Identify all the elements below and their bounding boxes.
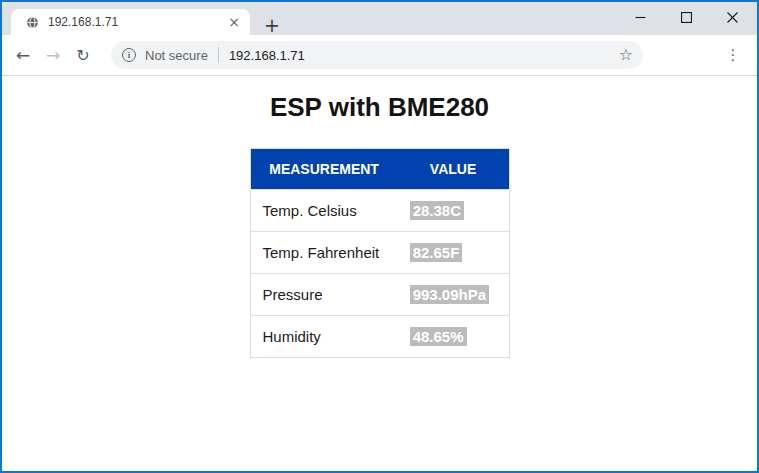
reload-button[interactable]: ↻ — [68, 40, 98, 70]
url-text: 192.168.1.71 — [229, 48, 305, 63]
sensor-value-badge: 28.38C — [410, 201, 464, 220]
sensor-table: MEASUREMENT VALUE Temp. Celsius 28.38C T… — [250, 148, 510, 358]
reload-icon: ↻ — [76, 46, 89, 65]
browser-tab[interactable]: 192.168.1.71 × — [11, 9, 250, 35]
table-row: Temp. Fahrenheit 82.65F — [250, 232, 509, 274]
page-title: ESP with BME280 — [2, 92, 757, 123]
sensor-value-badge: 48.65% — [410, 327, 467, 346]
minimize-icon — [635, 12, 646, 23]
info-icon[interactable]: i — [122, 48, 136, 62]
tab-strip: 192.168.1.71 × + — [2, 2, 757, 35]
back-icon: ← — [16, 45, 30, 65]
table-row: Humidity 48.65% — [250, 316, 509, 358]
browser-window: 192.168.1.71 × + ← — [0, 0, 759, 473]
header-value: VALUE — [398, 149, 509, 190]
menu-button[interactable]: ⋮ — [719, 41, 747, 69]
window-controls — [617, 3, 755, 31]
address-bar[interactable]: i Not secure 192.168.1.71 ☆ — [111, 41, 643, 69]
header-measurement: MEASUREMENT — [250, 149, 398, 190]
plus-icon: + — [264, 14, 280, 36]
sensor-value-badge: 82.65F — [410, 243, 463, 262]
tab-title: 192.168.1.71 — [48, 15, 226, 29]
forward-button[interactable]: → — [38, 40, 68, 70]
forward-icon: → — [46, 45, 60, 65]
tab-close-icon[interactable]: × — [226, 14, 242, 30]
new-tab-button[interactable]: + — [258, 12, 286, 38]
page-content: ESP with BME280 MEASUREMENT VALUE Temp. … — [2, 76, 757, 471]
bookmark-star-icon[interactable]: ☆ — [619, 47, 633, 63]
three-dot-icon: ⋮ — [726, 46, 741, 64]
measurement-label: Temp. Fahrenheit — [250, 232, 398, 274]
browser-toolbar: ← → ↻ i Not secure 192.168.1.71 ☆ ⋮ — [2, 35, 757, 76]
back-button[interactable]: ← — [8, 40, 38, 70]
security-label: Not secure — [145, 48, 208, 63]
maximize-icon — [681, 12, 692, 23]
maximize-button[interactable] — [663, 3, 709, 31]
table-row: Temp. Celsius 28.38C — [250, 190, 509, 232]
measurement-label: Temp. Celsius — [250, 190, 398, 232]
minimize-button[interactable] — [617, 3, 663, 31]
close-icon — [727, 12, 738, 23]
table-row: Pressure 993.09hPa — [250, 274, 509, 316]
sensor-value-badge: 993.09hPa — [410, 285, 489, 304]
measurement-label: Pressure — [250, 274, 398, 316]
table-header-row: MEASUREMENT VALUE — [250, 149, 509, 190]
measurement-label: Humidity — [250, 316, 398, 358]
close-window-button[interactable] — [709, 3, 755, 31]
omnibox-divider — [218, 47, 219, 63]
globe-favicon-icon — [26, 16, 39, 29]
